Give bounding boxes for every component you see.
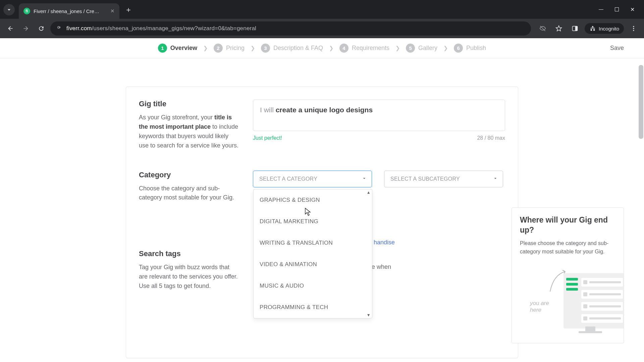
chevron-down-icon <box>493 176 498 182</box>
chevron-right-icon: ❯ <box>441 45 450 51</box>
browser-toolbar: fiverr.com/users/sheena_jones/manage_gig… <box>0 19 644 38</box>
page-viewport: 1 Overview ❯ 2 Pricing ❯ 3 Description &… <box>0 38 644 362</box>
favicon-icon: fi <box>23 8 30 14</box>
chrome-menu-button[interactable] <box>627 22 640 35</box>
chevron-right-icon: ❯ <box>248 45 258 51</box>
chevron-down-icon <box>362 176 367 182</box>
subcategory-select[interactable]: SELECT A SUBCATEGORY <box>384 171 503 187</box>
chevron-right-icon: ❯ <box>326 45 336 51</box>
category-option[interactable]: GRAPHICS & DESIGN <box>254 189 372 211</box>
obscured-link: handise <box>374 239 395 246</box>
tab-title: Fiverr / sheena_jones / Create a <box>34 8 101 14</box>
chevron-down-icon <box>6 6 12 13</box>
step-publish[interactable]: 6 Publish <box>454 44 486 53</box>
site-info-icon[interactable] <box>56 25 62 32</box>
tracking-icon[interactable] <box>536 22 549 35</box>
window-controls: ✕ <box>599 0 644 19</box>
category-option[interactable]: MUSIC & AUDIO <box>254 275 372 297</box>
gig-form-card: Gig title As your Gig storefront, your t… <box>126 86 518 358</box>
step-gallery[interactable]: 5 Gallery <box>406 44 437 53</box>
gig-title-input[interactable]: I will create a unique logo designs <box>253 100 505 131</box>
bookmark-button[interactable] <box>552 22 565 35</box>
tab-search-button[interactable] <box>3 4 15 15</box>
help-panel-title: Where will your Gig end up? <box>520 215 615 235</box>
help-panel: Where will your Gig end up? Please choos… <box>512 207 624 343</box>
help-panel-text: Please choose the category and sub-categ… <box>520 239 615 256</box>
back-button[interactable] <box>4 22 17 35</box>
svg-point-6 <box>633 26 634 27</box>
category-option[interactable]: PROGRAMMING & TECH <box>254 297 372 318</box>
help-panel-illustration: you arehere <box>520 260 615 325</box>
gig-title-label: Gig title <box>139 100 239 108</box>
step-overview[interactable]: 1 Overview <box>158 44 197 53</box>
chevron-right-icon: ❯ <box>393 45 402 51</box>
category-dropdown-list[interactable]: GRAPHICS & DESIGN DIGITAL MARKETING WRIT… <box>254 189 372 318</box>
category-select[interactable]: SELECT A CATEGORY ▲ GRAPHICS & DESIGN DI… <box>253 171 372 187</box>
chevron-right-icon: ❯ <box>201 45 210 51</box>
side-panel-button[interactable] <box>569 22 581 35</box>
step-requirements[interactable]: 4 Requirements <box>339 44 389 53</box>
category-option[interactable]: DIGITAL MARKETING <box>254 211 372 232</box>
incognito-indicator[interactable]: Incognito <box>585 23 624 34</box>
step-description[interactable]: 3 Description & FAQ <box>261 44 323 53</box>
gig-title-description: As your Gig storefront, your title is th… <box>139 113 239 150</box>
address-bar[interactable]: fiverr.com/users/sheena_jones/manage_gig… <box>50 21 531 36</box>
save-button[interactable]: Save <box>610 45 624 52</box>
scroll-down-icon[interactable]: ▼ <box>367 313 371 317</box>
gig-title-hint: Just perfect! <box>253 135 282 141</box>
browser-tab-strip: fi Fiverr / sheena_jones / Create a ✕ ＋ … <box>0 0 644 19</box>
browser-tab[interactable]: fi Fiverr / sheena_jones / Create a ✕ <box>19 3 119 19</box>
new-tab-button[interactable]: ＋ <box>125 5 132 15</box>
tab-close-button[interactable]: ✕ <box>110 8 115 14</box>
category-section: Category Choose the category and sub-cat… <box>139 171 505 203</box>
minimize-button[interactable] <box>599 9 603 10</box>
category-description: Choose the category and sub-category mos… <box>139 184 239 203</box>
category-dropdown: ▲ GRAPHICS & DESIGN DIGITAL MARKETING WR… <box>253 189 372 318</box>
search-tags-description: Tag your Gig with buzz words that are re… <box>139 263 239 291</box>
close-window-button[interactable]: ✕ <box>630 6 635 13</box>
category-option[interactable]: VIDEO & ANIMATION <box>254 254 372 275</box>
url-text: fiverr.com/users/sheena_jones/manage_gig… <box>66 25 256 32</box>
gig-title-section: Gig title As your Gig storefront, your t… <box>139 100 505 150</box>
scroll-up-icon[interactable]: ▲ <box>367 190 371 195</box>
svg-point-8 <box>633 30 634 31</box>
incognito-icon <box>589 25 596 32</box>
gig-title-counter: 28 / 80 max <box>477 135 505 141</box>
search-tags-label: Search tags <box>139 249 239 258</box>
svg-rect-5 <box>575 26 578 31</box>
category-option[interactable]: WRITING & TRANSLATION <box>254 232 372 254</box>
step-pricing[interactable]: 2 Pricing <box>214 44 245 53</box>
maximize-button[interactable] <box>615 7 619 11</box>
wizard-stepper: 1 Overview ❯ 2 Pricing ❯ 3 Description &… <box>0 38 644 58</box>
forward-button[interactable] <box>19 22 32 35</box>
category-label: Category <box>139 171 239 179</box>
reload-button[interactable] <box>35 22 48 35</box>
svg-point-7 <box>633 28 634 29</box>
